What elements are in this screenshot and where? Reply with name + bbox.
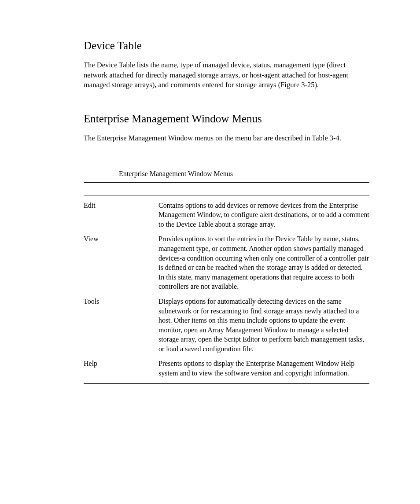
table-row: View Provides options to sort the entrie… <box>84 232 369 294</box>
table-top-rule <box>84 182 369 183</box>
table-row: Tools Displays options for automatically… <box>84 294 369 357</box>
section-paragraph-emw-menus: The Enterprise Management Window menus o… <box>84 133 369 143</box>
section-heading-emw-menus: Enterprise Management Window Menus <box>84 112 369 125</box>
menu-description-cell: Contains options to add devices or remov… <box>158 195 369 232</box>
menus-table: Edit Contains options to add devices or … <box>84 195 369 384</box>
menu-name-cell: Tools <box>84 294 158 357</box>
section-heading-device-table: Device Table <box>84 39 369 52</box>
menu-description-cell: Provides options to sort the entries in … <box>158 232 369 294</box>
table-row: Edit Contains options to add devices or … <box>84 195 369 232</box>
table-caption: Enterprise Management Window Menus <box>119 170 369 178</box>
menu-name-cell: View <box>84 232 158 294</box>
section-paragraph-device-table: The Device Table lists the name, type of… <box>84 60 369 90</box>
menu-description-cell: Presents options to display the Enterpri… <box>158 356 369 383</box>
menu-description-cell: Displays options for automatically detec… <box>158 294 369 357</box>
page-content: Device Table The Device Table lists the … <box>0 0 420 384</box>
menu-name-cell: Edit <box>84 195 158 232</box>
menu-name-cell: Help <box>84 356 158 383</box>
table-row: Help Presents options to display the Ent… <box>84 356 369 383</box>
